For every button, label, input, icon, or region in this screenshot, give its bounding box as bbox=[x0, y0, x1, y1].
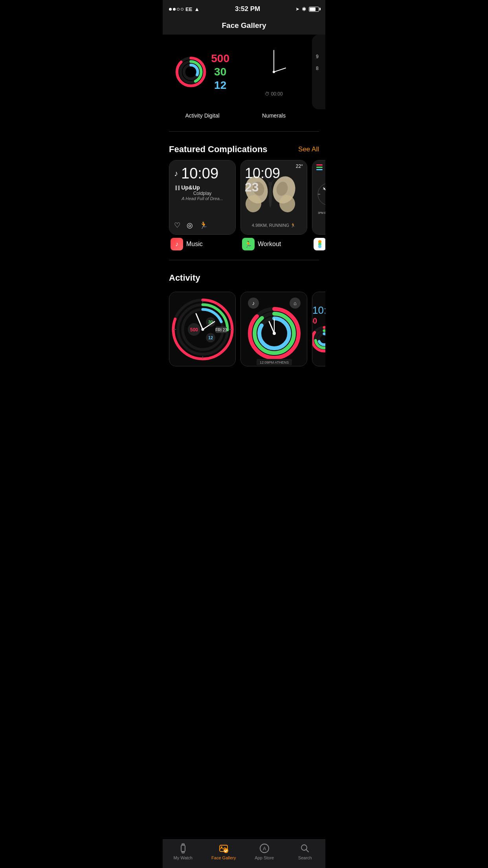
complications-row: ♪ 10:09 ▐▐ Up&Up Coldplay A Head Full of… bbox=[169, 160, 319, 250]
status-bar: EE ▲ 3:52 PM ➤ ✱ bbox=[163, 0, 325, 17]
see-all-link[interactable]: See All bbox=[298, 145, 319, 153]
svg-line-50 bbox=[324, 188, 325, 194]
status-time: 3:52 PM bbox=[235, 5, 260, 13]
minnie-label: Minnie Mou... bbox=[312, 112, 325, 119]
carrier-label: EE bbox=[185, 6, 192, 12]
numerals-face-svg: ⏱ 00:00 bbox=[240, 35, 307, 109]
reminders-lines bbox=[316, 164, 325, 170]
music-icon-time-row: ♪ 10:09 bbox=[174, 165, 231, 182]
music-label: Music bbox=[186, 241, 203, 248]
nav-title: Face Gallery bbox=[163, 17, 325, 35]
svg-text:50: 50 bbox=[312, 316, 317, 325]
complication-reminders[interactable]: 12 6 1 11 12 23 bbox=[312, 160, 325, 250]
signal-dots bbox=[169, 8, 183, 11]
divider-1 bbox=[169, 131, 319, 132]
song-artist: Up&Up bbox=[181, 184, 200, 191]
battery-indicator bbox=[309, 7, 319, 12]
dot-4 bbox=[181, 8, 183, 11]
heart-icon: ♡ bbox=[174, 221, 180, 230]
dot-2 bbox=[173, 8, 176, 11]
reminder-line-3 bbox=[316, 169, 323, 170]
workout-label-row: 🏃 Workout bbox=[240, 238, 307, 250]
workout-card[interactable]: 22° bbox=[240, 160, 307, 235]
minnie-face-svg: 9 8 bbox=[312, 35, 325, 109]
reminder-line-1 bbox=[316, 164, 323, 166]
svg-point-94 bbox=[273, 332, 276, 335]
svg-text:♪: ♪ bbox=[252, 300, 255, 306]
activity-card-1[interactable]: 500 30 12 FRI 23 bbox=[169, 292, 236, 366]
song-title: A Head Full of Drea... bbox=[174, 196, 231, 201]
activity-numbers: 500 30 12 bbox=[211, 52, 229, 92]
numerals-label: Numerals bbox=[240, 112, 307, 119]
svg-text:12: 12 bbox=[208, 335, 213, 340]
status-left: EE ▲ bbox=[169, 6, 200, 12]
svg-text:⏱ 00:00: ⏱ 00:00 bbox=[265, 91, 283, 97]
svg-text:500: 500 bbox=[190, 327, 198, 333]
workout-distance: 4.98KM, RUNNING 🏃 bbox=[241, 223, 307, 228]
complication-music[interactable]: ♪ 10:09 ▐▐ Up&Up Coldplay A Head Full of… bbox=[169, 160, 236, 250]
minnie-card[interactable]: 9 8 bbox=[312, 35, 325, 109]
dot-3 bbox=[177, 8, 180, 11]
activity-face-2[interactable]: ♪ ⌂ 12:09PM ATHENS bbox=[240, 292, 307, 366]
bluetooth-icon: ✱ bbox=[302, 6, 306, 12]
divider-2 bbox=[169, 260, 319, 260]
activity-digital2-svg: ♪ ⌂ 12:09PM ATHENS bbox=[241, 292, 307, 366]
activity-digital-card[interactable]: 500 30 12 bbox=[169, 35, 236, 109]
section-header-complications: Featured Complications See All bbox=[169, 144, 319, 154]
workout-time-display: 10:09 bbox=[245, 165, 280, 182]
location-icon: ➤ bbox=[295, 6, 299, 12]
bottom-padding bbox=[163, 373, 325, 408]
featured-complications-title: Featured Complications bbox=[169, 144, 268, 154]
watch-faces-row: 500 30 12 Activity Digital ⏱ 00:00 Numer… bbox=[163, 35, 325, 125]
activity-face-3[interactable]: 10:09: 50 bbox=[312, 292, 325, 366]
svg-text:3PM BOOK CAMP: 3PM BOOK CAMP bbox=[318, 211, 325, 214]
workout-temp: 22° bbox=[296, 164, 303, 169]
featured-complications-section: Featured Complications See All ♪ 10:09 ▐… bbox=[163, 138, 325, 254]
svg-point-58 bbox=[318, 245, 321, 248]
activity-title: Activity bbox=[169, 273, 200, 283]
music-card[interactable]: ♪ 10:09 ▐▐ Up&Up Coldplay A Head Full of… bbox=[169, 160, 236, 235]
svg-text:8: 8 bbox=[316, 66, 319, 71]
music-top-row: ♪ 10:09 ▐▐ Up&Up Coldplay A Head Full of… bbox=[174, 165, 231, 201]
reminders-face: 12 6 1 11 12 23 bbox=[312, 160, 325, 234]
watch-face-activity-digital[interactable]: 500 30 12 Activity Digital bbox=[169, 35, 236, 119]
section-header-activity: Activity bbox=[169, 273, 319, 283]
reminders-app-icon bbox=[314, 238, 325, 250]
activity-card-3[interactable]: 10:09: 50 bbox=[312, 292, 325, 366]
activity-digital-label: Activity Digital bbox=[169, 112, 236, 119]
stand-number: 12 bbox=[211, 79, 229, 92]
music-face: ♪ 10:09 ▐▐ Up&Up Coldplay A Head Full of… bbox=[169, 160, 235, 234]
reminders-clock-svg: 12 6 1 11 12 23 bbox=[316, 173, 325, 220]
music-note-icon: ♪ bbox=[174, 169, 178, 178]
exercise-number: 30 bbox=[211, 66, 229, 78]
activity-rings-svg bbox=[175, 54, 206, 90]
song-info: ▐▐ Up&Up Coldplay A Head Full of Drea... bbox=[174, 184, 231, 201]
activity-card-2[interactable]: ♪ ⌂ 12:09PM ATHENS bbox=[240, 292, 307, 366]
svg-text:12:09PM ATHENS: 12:09PM ATHENS bbox=[260, 360, 289, 364]
music-app-icon: ♪ bbox=[171, 238, 183, 250]
activity-faces-row: 500 30 12 FRI 23 ♪ bbox=[163, 292, 325, 373]
numerals-card[interactable]: ⏱ 00:00 bbox=[240, 35, 307, 109]
music-label-row: ♪ Music bbox=[169, 238, 236, 250]
reminder-line-2 bbox=[316, 167, 323, 168]
activity-face-1[interactable]: 500 30 12 FRI 23 bbox=[169, 292, 236, 366]
activity-section: Activity bbox=[163, 267, 325, 292]
svg-text:10:09:: 10:09: bbox=[312, 304, 325, 316]
activity-analog-svg: 500 30 12 FRI 23 bbox=[169, 292, 236, 366]
wifi-icon: ▲ bbox=[194, 6, 200, 12]
song-name: Coldplay bbox=[174, 191, 231, 196]
watch-face-minnie[interactable]: 9 8 bbox=[312, 35, 325, 119]
svg-point-34 bbox=[269, 184, 272, 208]
comp-icons-row: ♡ ◎ 🏃 bbox=[174, 221, 231, 230]
workout-date: 23 bbox=[245, 180, 259, 194]
workout-face: 22° bbox=[241, 160, 307, 234]
reminders-icon-svg bbox=[315, 239, 325, 249]
complication-workout[interactable]: 22° bbox=[240, 160, 307, 250]
watch-face-numerals[interactable]: ⏱ 00:00 Numerals bbox=[240, 35, 307, 119]
svg-point-9 bbox=[273, 71, 275, 73]
workout-date-display: 23 bbox=[245, 180, 259, 195]
workout-time: 10:09 bbox=[245, 165, 280, 181]
svg-text:⌂: ⌂ bbox=[294, 300, 297, 306]
reminders-card[interactable]: 12 6 1 11 12 23 bbox=[312, 160, 325, 235]
dot-1 bbox=[169, 8, 172, 11]
